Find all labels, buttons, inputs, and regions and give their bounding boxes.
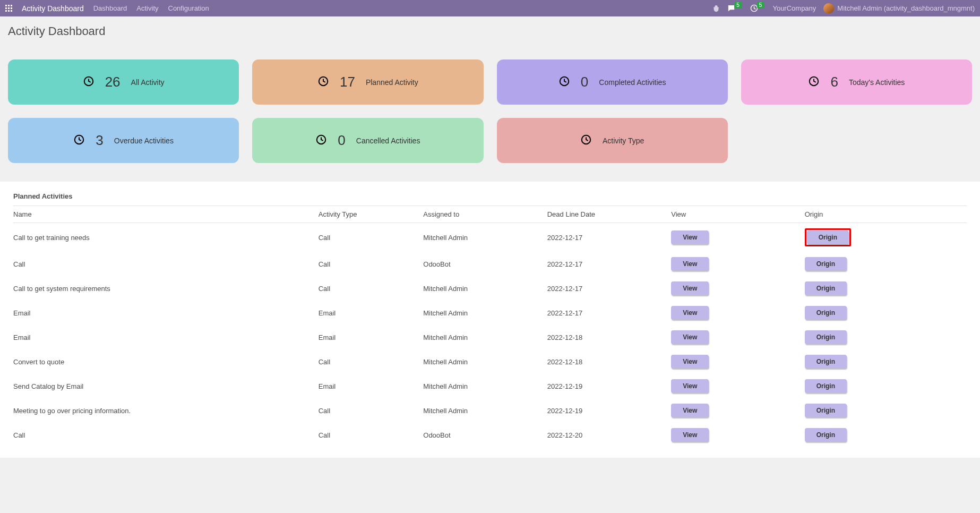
- nav-link-activity[interactable]: Activity: [136, 4, 158, 12]
- cell-date: 2022-12-19: [547, 374, 671, 398]
- cell-view: View: [671, 301, 804, 325]
- th-name[interactable]: Name: [13, 206, 319, 223]
- clock-icon: [808, 75, 820, 89]
- bug-icon[interactable]: [712, 5, 720, 12]
- origin-button[interactable]: Origin: [805, 428, 847, 442]
- cell-assigned: Mitchell Admin: [423, 301, 547, 325]
- origin-button[interactable]: Origin: [805, 306, 847, 320]
- table-row: Call to get system requirementsCallMitch…: [13, 276, 967, 301]
- cell-date: 2022-12-20: [547, 423, 671, 447]
- card-all-activity[interactable]: 26All Activity: [8, 59, 239, 105]
- view-button[interactable]: View: [671, 404, 709, 417]
- messages-icon[interactable]: 5: [727, 4, 743, 12]
- table-row: Meeting to go over pricing information.C…: [13, 398, 967, 423]
- card-label: Completed Activities: [599, 78, 666, 87]
- cell-name: Meeting to go over pricing information.: [13, 398, 319, 423]
- cell-type: Call: [319, 423, 424, 447]
- cell-view: View: [671, 423, 804, 447]
- view-button[interactable]: View: [671, 355, 709, 369]
- activities-badge: 5: [757, 2, 764, 8]
- th-assigned[interactable]: Assigned to: [423, 206, 547, 223]
- cell-type: Email: [319, 301, 424, 325]
- cell-type: Call: [319, 349, 424, 374]
- user-name: Mitchell Admin (activity_dashboard_mngmn…: [837, 4, 975, 12]
- th-type[interactable]: Activity Type: [319, 206, 424, 223]
- clock-icon[interactable]: 5: [750, 4, 766, 12]
- cell-origin: Origin: [805, 325, 967, 349]
- th-view[interactable]: View: [671, 206, 804, 223]
- cell-name: Convert to quote: [13, 349, 319, 374]
- view-button[interactable]: View: [671, 330, 709, 344]
- th-date[interactable]: Dead Line Date: [547, 206, 671, 223]
- navbar-left: Activity Dashboard Dashboard Activity Co…: [5, 4, 209, 13]
- cell-name: Call to get system requirements: [13, 276, 319, 301]
- cell-assigned: Mitchell Admin: [423, 223, 547, 252]
- card-label: Activity Type: [603, 136, 644, 145]
- origin-button[interactable]: Origin: [805, 257, 847, 271]
- cell-view: View: [671, 223, 804, 252]
- card-today-s-activities[interactable]: 6Today's Activities: [741, 59, 972, 105]
- card-count: 3: [96, 132, 103, 149]
- nav-link-dashboard[interactable]: Dashboard: [93, 4, 127, 12]
- cell-name: Call to get training needs: [13, 223, 319, 252]
- clock-icon: [317, 75, 329, 89]
- cell-name: Send Catalog by Email: [13, 374, 319, 398]
- cell-assigned: Mitchell Admin: [423, 398, 547, 423]
- clock-icon: [315, 134, 327, 148]
- nav-link-configuration[interactable]: Configuration: [168, 4, 209, 12]
- cell-date: 2022-12-18: [547, 325, 671, 349]
- origin-button[interactable]: Origin: [805, 379, 847, 393]
- user-menu[interactable]: Mitchell Admin (activity_dashboard_mngmn…: [823, 3, 975, 14]
- company-name[interactable]: YourCompany: [772, 4, 816, 12]
- table-row: EmailEmailMitchell Admin2022-12-17ViewOr…: [13, 301, 967, 325]
- view-button[interactable]: View: [671, 428, 709, 442]
- cell-name: Call: [13, 423, 319, 447]
- cell-assigned: Mitchell Admin: [423, 349, 547, 374]
- content-section: Planned Activities Name Activity Type As…: [0, 182, 980, 458]
- highlight-box: Origin: [805, 228, 851, 246]
- view-button[interactable]: View: [671, 230, 709, 244]
- clock-icon: [580, 134, 592, 148]
- card-completed-activities[interactable]: 0Completed Activities: [497, 59, 728, 105]
- card-overdue-activities[interactable]: 3Overdue Activities: [8, 118, 239, 163]
- origin-button[interactable]: Origin: [805, 355, 847, 369]
- cell-view: View: [671, 374, 804, 398]
- cell-date: 2022-12-17: [547, 223, 671, 252]
- card-count: 0: [581, 74, 588, 90]
- cell-assigned: OdooBot: [423, 252, 547, 276]
- table-row: Call to get training needsCallMitchell A…: [13, 223, 967, 252]
- cell-origin: Origin: [805, 398, 967, 423]
- origin-button[interactable]: Origin: [805, 281, 847, 295]
- card-activity-type[interactable]: Activity Type: [497, 118, 728, 163]
- cell-name: Email: [13, 325, 319, 349]
- card-count: 0: [338, 132, 345, 149]
- avatar: [823, 3, 834, 14]
- cell-date: 2022-12-18: [547, 349, 671, 374]
- cell-date: 2022-12-17: [547, 301, 671, 325]
- card-label: Cancelled Activities: [356, 136, 420, 145]
- view-button[interactable]: View: [671, 257, 709, 271]
- clock-icon: [83, 75, 94, 89]
- cell-origin: Origin: [805, 301, 967, 325]
- card-cancelled-activities[interactable]: 0Cancelled Activities: [252, 118, 483, 163]
- card-planned-activity[interactable]: 17Planned Activity: [252, 59, 483, 105]
- cell-type: Call: [319, 252, 424, 276]
- header-section: Activity Dashboard 26All Activity17Plann…: [0, 16, 980, 182]
- origin-button[interactable]: Origin: [807, 230, 849, 244]
- cards-grid: 26All Activity17Planned Activity0Complet…: [8, 59, 972, 163]
- cell-name: Email: [13, 301, 319, 325]
- navbar: Activity Dashboard Dashboard Activity Co…: [0, 0, 980, 16]
- card-count: 6: [830, 74, 838, 90]
- cell-date: 2022-12-17: [547, 276, 671, 301]
- view-button[interactable]: View: [671, 306, 709, 320]
- origin-button[interactable]: Origin: [805, 330, 847, 344]
- th-origin[interactable]: Origin: [805, 206, 967, 223]
- origin-button[interactable]: Origin: [805, 404, 847, 417]
- cell-assigned: Mitchell Admin: [423, 325, 547, 349]
- view-button[interactable]: View: [671, 379, 709, 393]
- view-button[interactable]: View: [671, 281, 709, 295]
- cell-assigned: Mitchell Admin: [423, 374, 547, 398]
- navbar-title[interactable]: Activity Dashboard: [22, 4, 84, 13]
- apps-icon[interactable]: [5, 5, 12, 12]
- cell-origin: Origin: [805, 374, 967, 398]
